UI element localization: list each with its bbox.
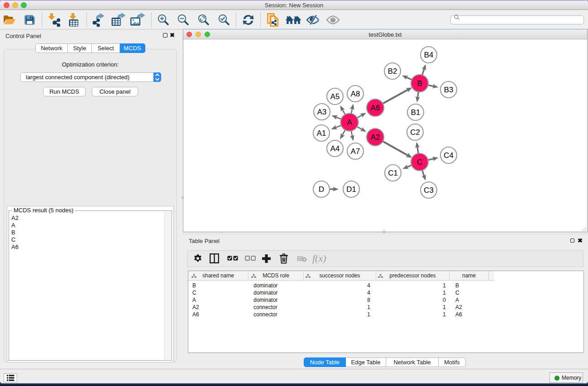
svg-text:C: C xyxy=(417,158,422,167)
svg-text:A4: A4 xyxy=(330,144,340,153)
svg-text:A8: A8 xyxy=(351,90,360,98)
svg-text:A3: A3 xyxy=(317,108,327,116)
svg-text:C2: C2 xyxy=(410,128,420,137)
svg-text:B1: B1 xyxy=(411,108,421,117)
svg-text:A2: A2 xyxy=(371,133,380,142)
svg-text:C4: C4 xyxy=(444,151,453,160)
svg-text:C1: C1 xyxy=(388,169,397,177)
svg-text:B3: B3 xyxy=(444,86,454,94)
svg-text:A: A xyxy=(347,118,352,127)
svg-text:D1: D1 xyxy=(346,185,356,194)
svg-text:B: B xyxy=(417,79,422,88)
svg-text:D: D xyxy=(319,185,324,194)
svg-text:A5: A5 xyxy=(330,92,340,101)
svg-text:B4: B4 xyxy=(424,51,434,59)
svg-text:A1: A1 xyxy=(317,129,326,138)
svg-text:C3: C3 xyxy=(424,186,433,195)
svg-text:A6: A6 xyxy=(371,104,380,112)
svg-text:B2: B2 xyxy=(388,67,397,76)
svg-text:A7: A7 xyxy=(351,147,360,156)
